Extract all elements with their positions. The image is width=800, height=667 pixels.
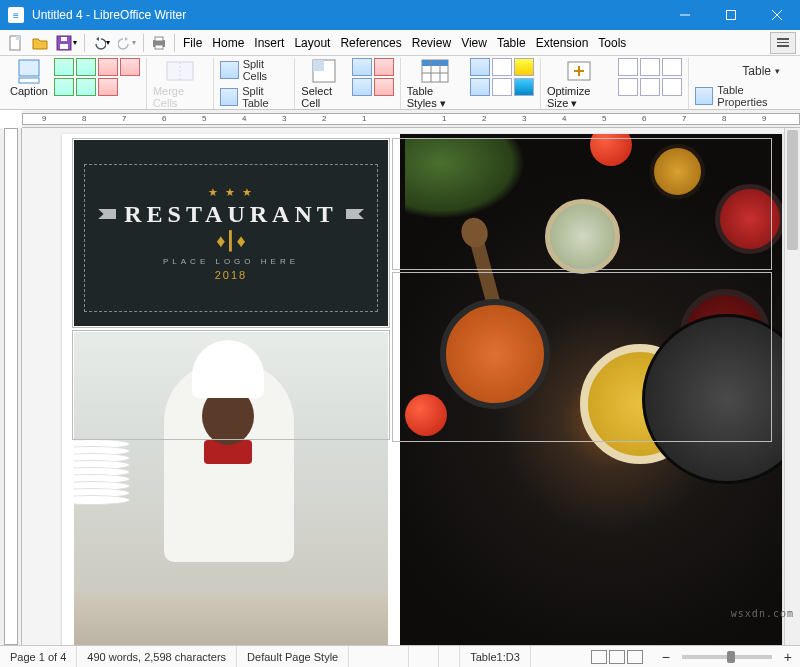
menu-tools[interactable]: Tools <box>593 33 631 53</box>
delete-row-icon[interactable] <box>98 58 118 76</box>
ribbon-group-optimize: Optimize Size ▾ <box>541 58 689 109</box>
menu-file[interactable]: File <box>178 33 207 53</box>
merge-cells-button: Merge Cells <box>153 58 207 109</box>
select-grid[interactable] <box>352 58 394 96</box>
border-style-icon[interactable] <box>470 58 490 76</box>
menu-insert[interactable]: Insert <box>249 33 289 53</box>
select-cell-button[interactable]: Select Cell <box>301 58 345 109</box>
menu-references[interactable]: References <box>335 33 406 53</box>
window-title: Untitled 4 - LibreOffice Writer <box>32 8 662 22</box>
style-grid[interactable] <box>470 58 534 96</box>
border-color-icon[interactable] <box>492 58 512 76</box>
menu-review[interactable]: Review <box>407 33 456 53</box>
insert-row-below-icon[interactable] <box>76 58 96 76</box>
status-page[interactable]: Page 1 of 4 <box>0 646 77 667</box>
ribbon-group-select: Select Cell <box>295 58 400 109</box>
watermark-text: wsxdn.com <box>731 608 794 619</box>
ribbon-group-styles: Table Styles ▾ <box>401 58 541 109</box>
status-view-buttons[interactable] <box>580 646 654 667</box>
split-cells-icon <box>220 61 239 79</box>
vertical-ruler[interactable] <box>0 128 22 645</box>
svg-rect-17 <box>313 60 324 71</box>
zoom-out-button[interactable]: − <box>658 649 674 665</box>
svg-rect-5 <box>16 36 20 40</box>
table-ribbon: Caption Merge Cells Split Cells Split Ta… <box>0 56 800 110</box>
undo-icon[interactable]: ▾ <box>88 33 114 53</box>
split-table-button[interactable]: Split Table <box>220 85 289 109</box>
menu-extension[interactable]: Extension <box>531 33 594 53</box>
document-page[interactable]: ★ ★ ★ RESTAURANT ♦┃♦ PLACE LOGO HERE 201… <box>62 134 782 645</box>
select-col-icon[interactable] <box>352 78 372 96</box>
status-page-style[interactable]: Default Page Style <box>237 646 349 667</box>
dist-icon[interactable] <box>662 78 682 96</box>
svg-rect-19 <box>422 60 448 66</box>
col-width-icon[interactable] <box>640 78 660 96</box>
maximize-button[interactable] <box>708 0 754 30</box>
single-page-view-icon[interactable] <box>591 650 607 664</box>
optimize-size-button[interactable]: Optimize Size ▾ <box>547 58 612 110</box>
select-table-icon[interactable] <box>352 58 372 76</box>
svg-rect-10 <box>155 37 163 41</box>
svg-rect-8 <box>61 37 67 41</box>
zoom-in-button[interactable]: + <box>780 649 796 665</box>
insert-rows-cols-grid[interactable] <box>54 58 140 96</box>
svg-rect-1 <box>727 11 736 20</box>
protect-icon[interactable] <box>374 78 394 96</box>
svg-rect-12 <box>19 60 39 76</box>
menu-toolbar: ▾ ▾ ▾ File Home Insert Layout References… <box>0 30 800 56</box>
hamburger-menu-button[interactable] <box>770 32 796 54</box>
align-mid-icon[interactable] <box>640 58 660 76</box>
ribbon-group-caption: Caption <box>4 58 147 109</box>
align-top-icon[interactable] <box>618 58 638 76</box>
row-height-icon[interactable] <box>618 78 638 96</box>
table-category-dropdown[interactable]: Table <box>732 60 790 78</box>
titlebar: ≡ Untitled 4 - LibreOffice Writer <box>0 0 800 30</box>
table-properties-icon <box>695 87 713 105</box>
statusbar: Page 1 of 4 490 words, 2,598 characters … <box>0 645 800 667</box>
delete-table-icon[interactable] <box>120 58 140 76</box>
open-icon[interactable] <box>28 32 52 54</box>
status-table-ref[interactable]: Table1:D3 <box>460 646 531 667</box>
redo-icon[interactable]: ▾ <box>114 33 140 53</box>
menu-view[interactable]: View <box>456 33 492 53</box>
insert-row-above-icon[interactable] <box>54 58 74 76</box>
menu-table[interactable]: Table <box>492 33 531 53</box>
close-button[interactable] <box>754 0 800 30</box>
print-icon[interactable] <box>147 32 171 54</box>
insert-col-left-icon[interactable] <box>54 78 74 96</box>
new-icon[interactable] <box>4 32 28 54</box>
ribbon-group-split: Split Cells Split Table <box>214 58 296 109</box>
cell-bg-icon[interactable] <box>514 78 534 96</box>
save-icon[interactable]: ▾ <box>52 32 81 54</box>
app-icon: ≡ <box>8 7 24 23</box>
status-language[interactable] <box>349 646 409 667</box>
multi-page-view-icon[interactable] <box>609 650 625 664</box>
table-styles-button[interactable]: Table Styles ▾ <box>407 58 464 110</box>
split-cells-button[interactable]: Split Cells <box>220 58 289 82</box>
menu-layout[interactable]: Layout <box>289 33 335 53</box>
bg-color-icon[interactable] <box>514 58 534 76</box>
status-wordcount[interactable]: 490 words, 2,598 characters <box>77 646 237 667</box>
zoom-slider[interactable] <box>682 655 772 659</box>
book-view-icon[interactable] <box>627 650 643 664</box>
align-grid[interactable] <box>618 58 682 96</box>
unprotect-icon[interactable] <box>374 58 394 76</box>
delete-col-icon[interactable] <box>98 78 118 96</box>
status-insert-mode[interactable] <box>409 646 439 667</box>
workspace: ★ ★ ★ RESTAURANT ♦┃♦ PLACE LOGO HERE 201… <box>0 128 800 645</box>
caption-button[interactable]: Caption <box>10 58 48 97</box>
borders-icon[interactable] <box>470 78 490 96</box>
minimize-button[interactable] <box>662 0 708 30</box>
menu-home[interactable]: Home <box>207 33 249 53</box>
number-format-icon[interactable] <box>492 78 512 96</box>
status-selection-mode[interactable] <box>439 646 460 667</box>
table-properties-button[interactable]: Table Properties <box>695 84 790 108</box>
horizontal-ruler[interactable]: 987654321123456789 <box>22 110 800 128</box>
svg-rect-11 <box>155 45 163 49</box>
svg-rect-13 <box>19 78 39 83</box>
align-bot-icon[interactable] <box>662 58 682 76</box>
split-table-icon <box>220 88 238 106</box>
insert-col-right-icon[interactable] <box>76 78 96 96</box>
ribbon-group-merge: Merge Cells <box>147 58 214 109</box>
vertical-scrollbar[interactable] <box>784 128 800 645</box>
